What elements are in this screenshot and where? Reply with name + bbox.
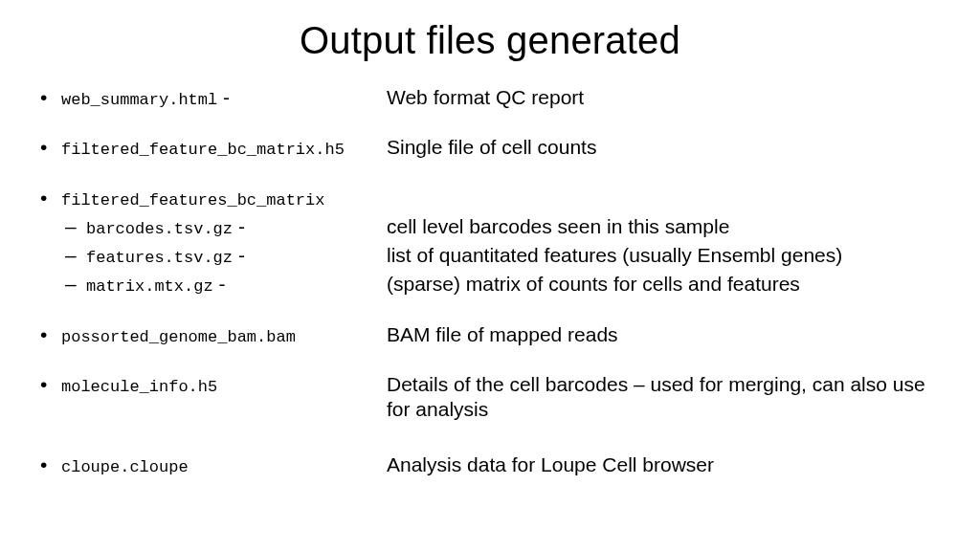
file-cell: filtered_feature_bc_matrix.h5 xyxy=(61,135,387,160)
bullet-icon: – xyxy=(38,214,86,239)
file-cell: cloupe.cloupe xyxy=(61,452,387,477)
file-description: Analysis data for Loupe Cell browser xyxy=(387,452,942,477)
file-cell: filtered_features_bc_matrix xyxy=(61,186,387,210)
spacer xyxy=(38,114,942,135)
spacer xyxy=(38,426,942,447)
bullet-icon: • xyxy=(38,452,61,477)
file-name: filtered_features_bc_matrix xyxy=(61,191,324,209)
file-description: Web format QC report xyxy=(387,85,942,110)
slide: Output files generated • web_summary.htm… xyxy=(0,0,980,551)
file-description: list of quantitated features (usually En… xyxy=(387,243,942,268)
file-name: molecule_info.h5 xyxy=(61,378,217,396)
file-name: barcodes.tsv.gz xyxy=(86,220,233,238)
file-description: (sparse) matrix of counts for cells and … xyxy=(387,272,942,297)
subitem-barcodes: – barcodes.tsv.gz - cell level barcodes … xyxy=(38,214,942,239)
dash: - xyxy=(238,215,245,237)
file-description: Single file of cell counts xyxy=(387,135,942,160)
file-description: BAM file of mapped reads xyxy=(387,322,942,347)
slide-content: • web_summary.html - Web format QC repor… xyxy=(38,85,942,478)
file-cell: matrix.mtx.gz - xyxy=(86,272,387,297)
subitem-features: – features.tsv.gz - list of quantitated … xyxy=(38,243,942,268)
file-cell: features.tsv.gz - xyxy=(86,243,387,268)
spacer xyxy=(38,165,942,186)
dash: - xyxy=(218,273,225,295)
file-name: features.tsv.gz xyxy=(86,249,233,267)
bullet-icon: • xyxy=(38,372,61,397)
item-cloupe: • cloupe.cloupe Analysis data for Loupe … xyxy=(38,452,942,477)
file-name: filtered_feature_bc_matrix.h5 xyxy=(61,141,345,159)
item-web-summary: • web_summary.html - Web format QC repor… xyxy=(38,85,942,110)
dash: - xyxy=(238,244,245,266)
file-name: web_summary.html xyxy=(61,91,217,109)
file-cell: possorted_genome_bam.bam xyxy=(61,322,387,347)
file-description: Details of the cell barcodes – used for … xyxy=(387,372,942,423)
file-cell: web_summary.html - xyxy=(61,85,387,110)
bullet-icon: – xyxy=(38,243,86,268)
file-description: cell level barcodes seen in this sample xyxy=(387,214,942,239)
bullet-icon: • xyxy=(38,135,61,160)
bullet-icon: – xyxy=(38,272,86,297)
dash: - xyxy=(223,86,230,108)
slide-title: Output files generated xyxy=(38,19,942,62)
item-ffbm-h5: • filtered_feature_bc_matrix.h5 Single f… xyxy=(38,135,942,160)
subitem-matrix: – matrix.mtx.gz - (sparse) matrix of cou… xyxy=(38,272,942,297)
bullet-icon: • xyxy=(38,322,61,347)
file-name: possorted_genome_bam.bam xyxy=(61,328,296,346)
item-ffbm-dir: • filtered_features_bc_matrix xyxy=(38,186,942,210)
file-cell: molecule_info.h5 xyxy=(61,372,387,397)
file-cell: barcodes.tsv.gz - xyxy=(86,214,387,239)
item-molinfo: • molecule_info.h5 Details of the cell b… xyxy=(38,372,942,423)
bullet-icon: • xyxy=(38,186,61,210)
file-name: matrix.mtx.gz xyxy=(86,277,213,296)
file-name: cloupe.cloupe xyxy=(61,458,189,476)
spacer xyxy=(38,351,942,372)
item-bam: • possorted_genome_bam.bam BAM file of m… xyxy=(38,322,942,347)
spacer xyxy=(38,301,942,322)
bullet-icon: • xyxy=(38,85,61,110)
